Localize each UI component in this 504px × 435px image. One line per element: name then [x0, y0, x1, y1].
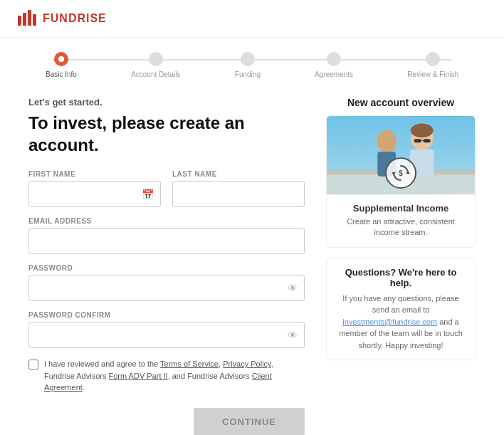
steps-wrapper: Basic Info Account Details Funding Agree… [46, 52, 458, 78]
progress-track: Basic Info Account Details Funding Agree… [46, 52, 458, 78]
progress-section: Basic Info Account Details Funding Agree… [0, 38, 504, 90]
first-name-input[interactable] [28, 181, 161, 207]
email-input-wrapper [28, 228, 305, 254]
button-row: CONTINUE [28, 408, 305, 435]
terms-of-service-link[interactable]: Terms of Service [160, 360, 219, 368]
svg-rect-0 [18, 16, 21, 26]
terms-end: , and Fundrise Advisors [168, 372, 252, 380]
card-desc: Create an attractive, consistent income … [335, 216, 466, 239]
password-input[interactable] [28, 275, 305, 301]
step-basic-info: Basic Info [46, 52, 77, 78]
continue-button[interactable]: CONTINUE [194, 408, 305, 435]
terms-checkbox[interactable] [28, 360, 38, 370]
last-name-input[interactable] [172, 181, 305, 207]
password-confirm-group: PASSWORD CONFIRM 👁 [28, 311, 305, 348]
help-text: If you have any questions, please send a… [335, 293, 466, 352]
help-section: Questions? We're here to help. If you ha… [326, 258, 476, 361]
panel-card-body: Supplemental Income Create an attractive… [327, 194, 475, 247]
form-adv-link[interactable]: Form ADV Part II [108, 372, 167, 380]
step-review-finish: Review & Finish [407, 52, 458, 78]
money-icon-overlay: $ [327, 116, 475, 194]
step-label-funding: Funding [235, 70, 261, 78]
form-section: Let's get started. To invest, please cre… [28, 97, 305, 435]
step-label-review-finish: Review & Finish [407, 70, 458, 78]
step-account-details: Account Details [131, 52, 180, 78]
step-label-account-details: Account Details [131, 70, 180, 78]
email-label: EMAIL ADDRESS [28, 217, 305, 225]
last-name-group: LAST NAME [172, 170, 305, 207]
svg-rect-1 [23, 13, 26, 26]
help-email-link[interactable]: investments@fundrise.com [342, 318, 437, 326]
step-agreements: Agreements [315, 52, 353, 78]
first-name-label: FIRST NAME [28, 170, 161, 178]
first-name-input-wrapper: 📅 [28, 181, 161, 207]
logo: FUNDRISE [17, 9, 107, 28]
step-label-agreements: Agreements [315, 70, 353, 78]
step-dot-review-finish [426, 52, 440, 66]
last-name-input-wrapper [172, 181, 305, 207]
step-label-basic-info: Basic Info [46, 70, 77, 78]
svg-text:$: $ [399, 169, 403, 177]
fundrise-logo-icon [17, 9, 37, 28]
svg-rect-3 [33, 14, 36, 26]
supplemental-income-card: $ Supplemental Income Create an attracti… [326, 115, 476, 248]
name-row: FIRST NAME 📅 LAST NAME [28, 170, 305, 207]
first-name-group: FIRST NAME 📅 [28, 170, 161, 207]
panel-image: $ [327, 116, 475, 194]
money-rotation-svg: $ [390, 162, 411, 184]
password-input-wrapper: 👁 [28, 275, 305, 301]
card-title: Supplemental Income [335, 203, 466, 214]
password-group: PASSWORD 👁 [28, 264, 305, 301]
password-label: PASSWORD [28, 264, 305, 272]
help-title: Questions? We're here to help. [335, 267, 466, 288]
step-funding: Funding [235, 52, 261, 78]
svg-marker-15 [406, 171, 410, 174]
terms-label: I have reviewed and agree to the Terms o… [44, 358, 305, 394]
last-name-label: LAST NAME [172, 170, 305, 178]
main-content: Let's get started. To invest, please cre… [0, 90, 504, 435]
svg-marker-16 [392, 172, 396, 175]
step-dot-agreements [327, 52, 341, 66]
email-input[interactable] [28, 228, 305, 254]
terms-checkbox-row: I have reviewed and agree to the Terms o… [28, 358, 305, 394]
password-confirm-label: PASSWORD CONFIRM [28, 311, 305, 319]
help-text-before: If you have any questions, please send a… [342, 294, 458, 315]
password-confirm-input[interactable] [28, 322, 305, 348]
email-group: EMAIL ADDRESS [28, 217, 305, 254]
step-dot-account-details [149, 52, 163, 66]
right-panel: New account overview [326, 97, 476, 435]
step-dot-basic-info [54, 52, 68, 66]
money-circle-icon: $ [385, 157, 416, 189]
new-account-title: New account overview [326, 97, 476, 108]
terms-period: . [83, 383, 85, 392]
logo-text: FUNDRISE [43, 12, 107, 25]
header: FUNDRISE [0, 0, 504, 38]
form-title: To invest, please create an account. [28, 112, 305, 156]
svg-rect-2 [28, 10, 31, 26]
privacy-policy-link[interactable]: Privacy Policy [223, 360, 271, 368]
form-subtitle: Let's get started. [28, 97, 305, 108]
step-dot-funding [241, 52, 255, 66]
terms-text-before: I have reviewed and agree to the [44, 360, 160, 368]
password-confirm-input-wrapper: 👁 [28, 322, 305, 348]
